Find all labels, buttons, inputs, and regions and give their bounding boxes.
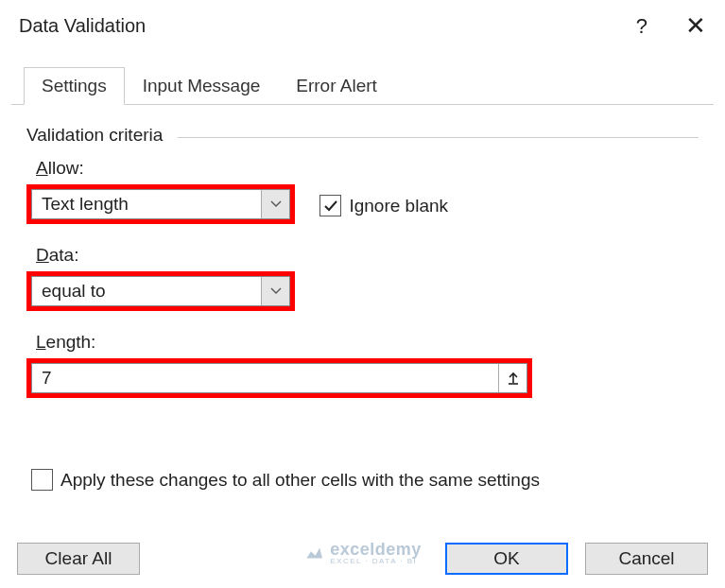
- length-value: 7: [32, 368, 498, 389]
- dialog-title: Data Validation: [19, 15, 146, 37]
- apply-changes-label: Apply these changes to all other cells w…: [60, 470, 540, 491]
- data-dropdown[interactable]: equal to: [31, 276, 290, 306]
- chevron-down-icon[interactable]: [261, 190, 289, 218]
- tab-settings[interactable]: Settings: [24, 67, 125, 105]
- ignore-blank-checkbox[interactable]: [319, 195, 341, 216]
- allow-dropdown[interactable]: Text length: [31, 189, 290, 219]
- range-selector-icon[interactable]: [498, 364, 526, 392]
- button-bar: Clear All OK Cancel: [17, 543, 708, 575]
- clear-all-button[interactable]: Clear All: [17, 543, 140, 575]
- ignore-blank-row: Ignore blank: [319, 195, 448, 216]
- highlight-box-length: 7: [26, 358, 532, 398]
- tab-input-message[interactable]: Input Message: [125, 67, 279, 105]
- close-icon[interactable]: ✕: [685, 11, 706, 41]
- data-row: Data: equal to: [26, 245, 699, 311]
- apply-changes-row: Apply these changes to all other cells w…: [31, 469, 699, 491]
- window-controls: ? ✕: [636, 11, 706, 41]
- data-value: equal to: [32, 281, 261, 302]
- allow-row: Allow: Text length Ignore blank: [26, 158, 699, 224]
- help-icon[interactable]: ?: [636, 14, 647, 39]
- highlight-box-data: equal to: [26, 271, 295, 311]
- dialog-content: Validation criteria Allow: Text length I…: [0, 105, 725, 491]
- apply-changes-checkbox[interactable]: [31, 469, 53, 491]
- ok-button[interactable]: OK: [445, 543, 568, 575]
- ignore-blank-label: Ignore blank: [349, 196, 448, 216]
- validation-criteria-group: Validation criteria Allow: Text length I…: [26, 128, 699, 491]
- tab-bar: Settings Input Message Error Alert: [0, 67, 725, 105]
- highlight-box-allow: Text length: [26, 184, 295, 224]
- length-row: Length: 7: [26, 332, 699, 398]
- titlebar: Data Validation ? ✕: [0, 0, 725, 48]
- length-input[interactable]: 7: [31, 363, 527, 393]
- group-legend: Validation criteria: [26, 125, 172, 146]
- cancel-button[interactable]: Cancel: [585, 543, 708, 575]
- allow-label: Allow:: [36, 158, 699, 179]
- chevron-down-icon[interactable]: [261, 277, 289, 305]
- length-label: Length:: [36, 332, 699, 353]
- data-label: Data:: [36, 245, 699, 266]
- allow-value: Text length: [32, 194, 261, 215]
- tab-error-alert[interactable]: Error Alert: [278, 67, 395, 105]
